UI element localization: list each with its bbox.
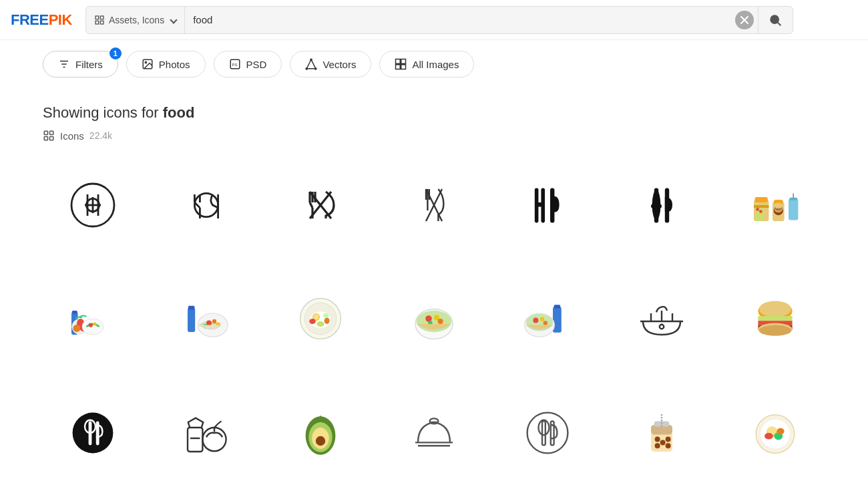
search-bar: Assets, Icons: [85, 6, 793, 34]
icon-card[interactable]: [156, 155, 256, 255]
icon-card[interactable]: [43, 269, 143, 369]
svg-point-94: [313, 315, 318, 320]
search-input[interactable]: [185, 14, 735, 25]
icon-card[interactable]: [725, 383, 825, 477]
icon-card[interactable]: [725, 269, 825, 369]
icon-card[interactable]: [156, 383, 256, 477]
svg-point-78: [73, 325, 81, 332]
search-query: food: [163, 104, 195, 121]
logo-text: FREEPIK: [11, 11, 72, 29]
svg-rect-84: [188, 306, 195, 310]
svg-point-137: [430, 418, 439, 424]
svg-point-147: [654, 436, 660, 442]
svg-rect-19: [401, 65, 406, 69]
svg-point-97: [324, 318, 329, 325]
logo[interactable]: FREEPIK: [11, 11, 72, 29]
svg-point-82: [93, 323, 97, 326]
svg-point-98: [323, 313, 329, 317]
icons-count-row: Icons 22.4k: [43, 130, 825, 142]
svg-rect-20: [44, 131, 47, 134]
icon-card[interactable]: [611, 155, 711, 255]
icon-card[interactable]: [270, 383, 371, 477]
svg-rect-58: [754, 197, 767, 202]
icon-card[interactable]: [156, 269, 256, 369]
svg-point-148: [660, 440, 665, 445]
svg-rect-22: [44, 137, 47, 140]
svg-rect-140: [542, 421, 546, 445]
icon-grid: [43, 155, 825, 477]
svg-rect-17: [401, 59, 406, 64]
icon-card[interactable]: [384, 383, 484, 477]
svg-point-156: [765, 433, 773, 440]
category-label: Assets, Icons: [109, 15, 164, 25]
svg-point-87: [212, 319, 216, 323]
category-chevron: [170, 16, 177, 23]
icon-card[interactable]: [270, 155, 371, 255]
content-area: Showing icons for food Icons 22.4k: [0, 104, 868, 477]
svg-point-63: [759, 210, 763, 213]
svg-point-103: [438, 319, 443, 324]
svg-point-113: [659, 325, 663, 329]
vectors-icon: [305, 58, 317, 70]
icon-card[interactable]: [497, 155, 598, 255]
icon-card[interactable]: [384, 269, 484, 369]
svg-point-109: [533, 318, 539, 323]
svg-rect-55: [651, 204, 662, 208]
svg-point-14: [306, 68, 308, 69]
svg-point-10: [145, 61, 146, 63]
svg-rect-126: [188, 428, 202, 452]
icon-card[interactable]: [384, 155, 484, 255]
photos-icon: [142, 58, 154, 70]
icon-card[interactable]: [725, 155, 825, 255]
svg-rect-21: [50, 131, 53, 134]
tab-psd-label: PSD: [246, 59, 267, 70]
svg-point-151: [665, 443, 670, 448]
svg-line-5: [778, 22, 781, 25]
tab-vectors[interactable]: Vectors: [290, 51, 371, 77]
header: FREEPIK Assets, Icons: [0, 0, 868, 40]
svg-point-13: [310, 59, 312, 60]
svg-line-41: [310, 202, 312, 208]
tab-photos[interactable]: Photos: [126, 51, 206, 77]
svg-point-110: [540, 317, 544, 321]
search-clear-button[interactable]: [735, 11, 754, 29]
svg-point-4: [771, 15, 779, 23]
svg-point-120: [759, 325, 791, 336]
svg-point-158: [777, 428, 784, 435]
icon-card[interactable]: [43, 383, 143, 477]
icon-card[interactable]: [611, 383, 711, 477]
search-button[interactable]: [758, 7, 793, 33]
svg-text:PS: PS: [232, 63, 237, 67]
icon-card[interactable]: [611, 269, 711, 369]
tab-filters[interactable]: Filters 1: [43, 51, 118, 77]
icon-card[interactable]: [270, 269, 371, 369]
svg-point-149: [665, 436, 670, 442]
svg-point-141: [539, 420, 550, 435]
tab-photos-label: Photos: [159, 59, 190, 70]
svg-point-70: [774, 203, 783, 208]
icon-card[interactable]: [497, 383, 598, 477]
svg-point-81: [89, 323, 93, 327]
svg-rect-116: [758, 316, 792, 321]
tab-filters-label: Filters: [75, 59, 103, 70]
search-category-selector[interactable]: Assets, Icons: [86, 7, 185, 33]
tab-psd[interactable]: PS PSD: [214, 51, 282, 77]
svg-rect-18: [396, 65, 401, 69]
svg-rect-16: [396, 59, 401, 64]
svg-point-115: [759, 301, 791, 317]
tab-all-images-label: All Images: [412, 59, 459, 70]
svg-rect-23: [50, 137, 53, 140]
icons-label: Icons: [60, 130, 84, 142]
icon-card[interactable]: [497, 269, 598, 369]
icon-card[interactable]: [43, 155, 143, 255]
tab-vectors-label: Vectors: [322, 59, 356, 70]
heading-prefix: Showing icons for: [43, 104, 159, 121]
svg-rect-3: [100, 21, 103, 24]
tab-all-images[interactable]: All Images: [379, 51, 474, 77]
svg-rect-1: [100, 16, 103, 19]
svg-point-133: [316, 436, 325, 446]
icons-count-badge: 22.4k: [89, 130, 112, 141]
tabs-bar: Filters 1 Photos PS PSD Vectors All Imag…: [0, 40, 868, 88]
svg-rect-2: [95, 21, 99, 24]
all-images-icon: [395, 58, 407, 70]
